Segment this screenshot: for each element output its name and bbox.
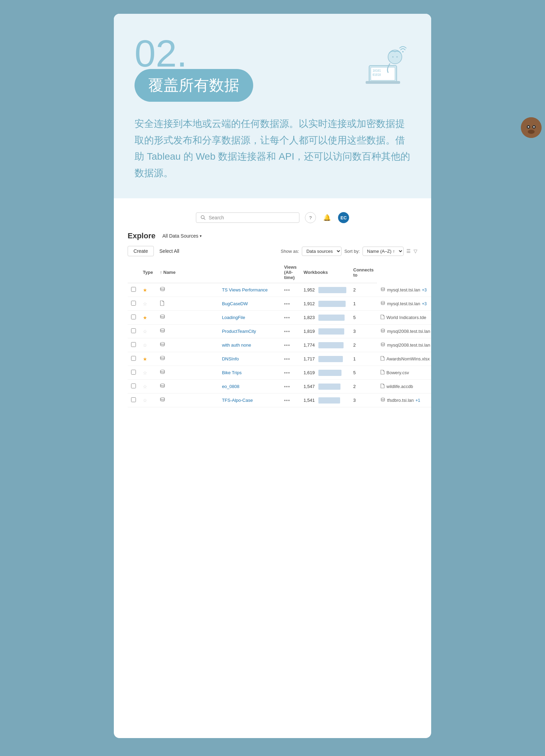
connects-extra: +3 — [422, 301, 427, 306]
svg-point-19 — [160, 356, 165, 358]
views-count: 1,823 — [304, 315, 316, 320]
svg-text:01010: 01010 — [373, 73, 381, 77]
svg-point-21 — [160, 384, 165, 386]
row-actions-button[interactable]: ••• — [284, 370, 290, 376]
toolbar-left: Create Select All — [128, 246, 181, 256]
connects-cell: mysql2008.test.tsi.lan — [380, 342, 430, 348]
datasource-dropdown[interactable]: All Data Sources ▾ — [160, 232, 205, 240]
connects-icon — [380, 384, 385, 389]
views-count: 1,774 — [304, 342, 316, 348]
notifications-button[interactable]: 🔔 — [321, 212, 333, 223]
views-bar — [318, 315, 345, 321]
views-cell: 1,547 — [304, 384, 346, 390]
row-name-link[interactable]: DNSInfo — [222, 356, 239, 361]
search-box[interactable]: Search — [196, 212, 299, 223]
star-empty-icon[interactable]: ☆ — [143, 301, 147, 307]
row-actions-button[interactable]: ••• — [284, 342, 290, 348]
connects-icon — [380, 315, 385, 320]
connects-cell: mysql2008.test.tsi.lan — [380, 328, 430, 334]
row-name-link[interactable]: TFS-Alpo-Case — [222, 398, 253, 403]
connects-icon — [380, 397, 385, 403]
svg-text:10101: 10101 — [373, 69, 381, 72]
star-empty-icon[interactable]: ☆ — [143, 370, 147, 376]
views-count: 1,912 — [304, 301, 316, 306]
views-bar — [318, 301, 346, 307]
show-as-label: Show as: — [281, 249, 299, 254]
star-filled-icon[interactable]: ★ — [143, 315, 147, 320]
database-icon — [160, 398, 165, 404]
row-checkbox-2[interactable] — [131, 315, 136, 319]
show-as-select[interactable]: Data sources — [302, 247, 341, 256]
col-header-workbooks[interactable]: Workbooks — [300, 262, 350, 283]
workbooks-count: 2 — [353, 384, 356, 389]
row-actions-button[interactable]: ••• — [284, 301, 290, 307]
row-checkbox-4[interactable] — [131, 342, 136, 347]
main-card: 10101 01010 02. 覆盖所有数据 — [114, 14, 431, 738]
svg-point-11 — [160, 287, 165, 289]
filter-icon[interactable]: ▽ — [414, 248, 417, 254]
row-actions-button[interactable]: ••• — [284, 398, 290, 403]
star-empty-icon[interactable]: ☆ — [143, 342, 147, 348]
row-checkbox-1[interactable] — [131, 301, 136, 306]
workbooks-count: 5 — [353, 370, 356, 375]
row-actions-button[interactable]: ••• — [284, 287, 290, 293]
views-count: 1,717 — [304, 356, 316, 361]
star-empty-icon[interactable]: ☆ — [143, 384, 147, 389]
row-actions-button[interactable]: ••• — [284, 356, 290, 362]
row-checkbox-3[interactable] — [131, 328, 136, 333]
col-header-check — [128, 262, 139, 283]
row-checkbox-0[interactable] — [131, 287, 136, 292]
row-name-link[interactable]: LoadingFile — [222, 315, 245, 320]
svg-point-16 — [381, 329, 385, 330]
svg-point-6 — [392, 56, 394, 58]
table-row: ☆ TFS-Alpo-Case••• 1,541 3 tfsdbro.tsi.l… — [128, 394, 431, 407]
connects-icon — [380, 328, 385, 334]
col-header-views[interactable]: Views (All-time) — [280, 262, 300, 283]
create-button[interactable]: Create — [128, 246, 154, 256]
help-button[interactable]: ? — [305, 212, 316, 223]
database-icon — [160, 357, 165, 362]
col-header-type[interactable]: Type — [139, 262, 156, 283]
row-name-link[interactable]: with auth none — [222, 342, 251, 348]
side-character — [521, 117, 542, 138]
svg-point-24 — [521, 117, 542, 138]
views-bar — [318, 370, 341, 376]
row-name-link[interactable]: BugCaseDW — [222, 301, 248, 306]
sort-by-select[interactable]: Name (A–Z) ↑ — [363, 247, 404, 256]
connects-name: mysql2008.test.tsi.lan — [387, 329, 430, 334]
explore-header: Explore All Data Sources ▾ — [128, 231, 417, 240]
row-actions-button[interactable]: ••• — [284, 384, 290, 389]
connects-extra: +1 — [416, 398, 420, 403]
row-checkbox-7[interactable] — [131, 384, 136, 388]
body-text: 安全连接到本地或云端的任何数据源。以实时连接或加密数据提取的形式发布和分享数据源… — [135, 116, 410, 181]
svg-point-7 — [396, 56, 398, 58]
svg-point-12 — [381, 288, 385, 289]
row-checkbox-5[interactable] — [131, 356, 136, 361]
row-name-link[interactable]: TS Views Performance — [222, 287, 268, 292]
row-checkbox-8[interactable] — [131, 397, 136, 402]
star-filled-icon[interactable]: ★ — [143, 287, 147, 293]
row-name-link[interactable]: ProductTeamCity — [222, 329, 256, 334]
star-empty-icon[interactable]: ☆ — [143, 398, 147, 403]
row-name-link[interactable]: eo_0808 — [222, 384, 239, 389]
select-all-button[interactable]: Select All — [158, 246, 181, 256]
connects-name: World Indicators.tde — [386, 315, 426, 320]
row-actions-button[interactable]: ••• — [284, 329, 290, 334]
col-header-dots — [218, 262, 280, 283]
star-empty-icon[interactable]: ☆ — [143, 329, 147, 334]
banner-text: 覆盖所有数据 — [148, 77, 239, 93]
connects-name: tfsdbro.tsi.lan — [387, 398, 414, 403]
svg-point-8 — [402, 51, 404, 52]
table-row: ★ LoadingFile••• 1,823 5 World Indicator… — [128, 311, 431, 325]
star-filled-icon[interactable]: ★ — [143, 356, 147, 362]
table-row: ☆ ProductTeamCity••• 1,819 3 mysql2008.t… — [128, 325, 431, 338]
user-avatar[interactable]: EC — [338, 212, 349, 223]
workbooks-count: 3 — [353, 398, 356, 403]
list-view-icon[interactable]: ☰ — [406, 248, 411, 254]
col-header-name[interactable]: ↑ Name — [156, 262, 218, 283]
workbooks-count: 2 — [353, 287, 356, 292]
row-checkbox-6[interactable] — [131, 370, 136, 375]
row-actions-button[interactable]: ••• — [284, 315, 290, 320]
views-count: 1,547 — [304, 384, 316, 389]
row-name-link[interactable]: Bike Trips — [222, 370, 241, 375]
